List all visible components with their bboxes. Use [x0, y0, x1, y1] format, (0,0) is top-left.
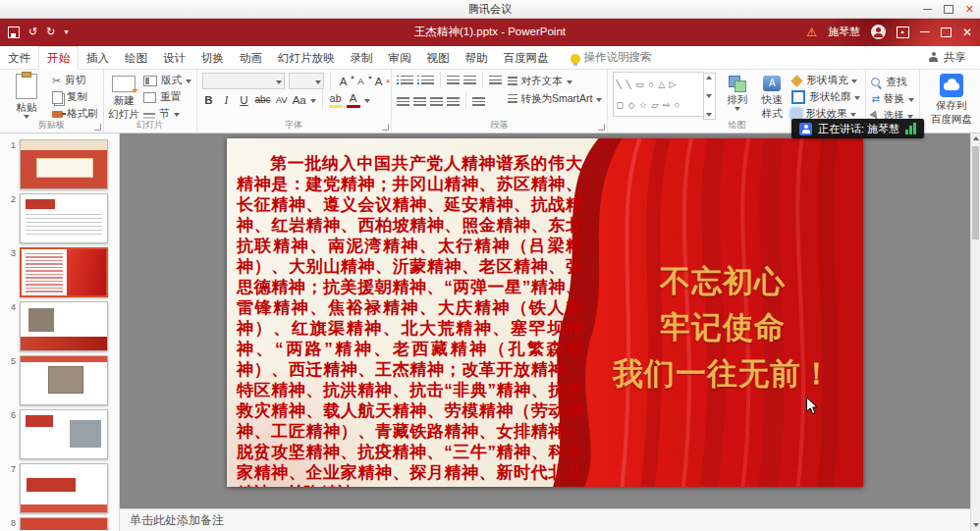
font-color-button[interactable]: A — [347, 91, 360, 108]
tab-review[interactable]: 审阅 — [381, 47, 419, 69]
account-name[interactable]: 施琴慧 — [828, 25, 860, 39]
slide-thumbnail-2[interactable] — [20, 193, 108, 243]
save-to-baidu-button[interactable]: 保存到 百度网盘 — [925, 72, 978, 125]
slide-canvas[interactable]: 第一批纳入中国共产党人精神谱系的伟大精神是：建党精神；井冈山精神、苏区精神、长征… — [120, 133, 970, 508]
bold-button[interactable]: B — [202, 93, 216, 107]
tab-transitions[interactable]: 切换 — [193, 47, 232, 69]
ppt-close-icon[interactable]: ✕ — [962, 27, 972, 38]
line-spacing-icon[interactable] — [489, 76, 502, 85]
divider — [440, 72, 441, 88]
clipboard-dialog-launcher-icon[interactable] — [94, 124, 101, 131]
quick-styles-icon: A — [763, 76, 781, 91]
minimize-icon[interactable] — [923, 9, 932, 10]
tell-me-search[interactable]: 操作说明搜索 — [584, 50, 652, 65]
tab-design[interactable]: 设计 — [155, 47, 193, 69]
font-name-combobox[interactable] — [202, 73, 285, 89]
italic-button[interactable]: I — [220, 93, 234, 107]
slide-thumbnail-panel: 1 2 3 4 5 6 7 8 — [0, 133, 120, 531]
tab-animations[interactable]: 动画 — [232, 47, 270, 69]
shapes-gallery[interactable]: ╲ ╲ ▭ ○ △ ▷ ◻ ◇ ☆ ▱ ⇨ ○ — [613, 72, 703, 117]
arrange-button[interactable]: 排列 — [723, 72, 753, 120]
align-left-icon[interactable] — [397, 97, 409, 107]
speaking-indicator[interactable]: 正在讲话: 施琴慧 — [791, 119, 924, 138]
paragraph-dialog-launcher-icon[interactable] — [598, 124, 605, 131]
layout-button[interactable]: 版式 — [143, 74, 191, 87]
new-slide-button[interactable]: 新建 幻灯片 — [109, 72, 140, 120]
numbering-icon[interactable] — [417, 76, 434, 85]
arrange-label: 排列 — [727, 93, 747, 105]
slide-thumbnail-8[interactable] — [20, 517, 108, 531]
divider — [330, 72, 331, 90]
paste-button[interactable]: 粘贴 — [5, 72, 48, 120]
scrollbar-thumb[interactable] — [972, 146, 979, 239]
share-button[interactable]: 共享 — [928, 50, 966, 65]
slide-thumbnail-6[interactable] — [20, 409, 108, 459]
tab-slideshow[interactable]: 幻灯片放映 — [270, 47, 343, 69]
align-center-icon[interactable] — [413, 97, 426, 107]
slide-body-textbox[interactable]: 第一批纳入中国共产党人精神谱系的伟大精神是：建党精神；井冈山精神、苏区精神、长征… — [237, 153, 582, 487]
bullets-icon[interactable] — [397, 76, 413, 85]
text-highlight-button[interactable]: ab — [329, 91, 343, 108]
slide-thumbnail-3-selected[interactable] — [20, 247, 108, 297]
current-slide[interactable]: 第一批纳入中国共产党人精神谱系的伟大精神是：建党精神；井冈山精神、苏区精神、长征… — [227, 138, 863, 487]
find-button[interactable]: 查找 — [871, 76, 913, 89]
shape-fill-button[interactable]: 形状填充 — [791, 74, 860, 87]
slide-thumbnail-5[interactable] — [20, 355, 108, 405]
increase-indent-icon[interactable] — [463, 76, 476, 85]
shapes-gallery-scroll[interactable] — [703, 73, 716, 120]
character-spacing-button[interactable]: AV — [275, 93, 289, 107]
copy-button[interactable]: 复制 — [52, 90, 98, 104]
strikethrough-button[interactable]: abc — [255, 93, 271, 107]
cut-button[interactable]: ✂剪切 — [52, 74, 98, 87]
tab-insert[interactable]: 插入 — [79, 47, 117, 69]
tab-file[interactable]: 文件 — [0, 47, 38, 69]
grow-font-button[interactable]: A — [337, 75, 351, 88]
scrollbar-down-icon[interactable] — [973, 523, 979, 527]
shrink-font-button[interactable]: A — [354, 75, 368, 88]
tab-record[interactable]: 录制 — [343, 47, 381, 69]
replace-button[interactable]: ⇄替换 — [871, 92, 913, 106]
slide-number: 4 — [4, 301, 16, 312]
smartart-icon — [508, 94, 517, 104]
tab-view[interactable]: 视图 — [419, 47, 458, 69]
shape-outline-icon — [791, 90, 805, 104]
tab-help[interactable]: 帮助 — [458, 47, 496, 69]
ppt-minimize-icon[interactable] — [920, 31, 930, 32]
font-size-combobox[interactable] — [289, 73, 324, 89]
reset-button[interactable]: 重置 — [143, 90, 191, 104]
ribbon-display-options-icon[interactable] — [897, 27, 909, 38]
volume-bars-icon — [905, 123, 916, 134]
close-icon[interactable]: ✕ — [965, 4, 974, 15]
slide-thumbnail-7[interactable] — [20, 463, 108, 513]
notes-pane[interactable]: 单击此处添加备注 — [120, 508, 970, 531]
shape-outline-button[interactable]: 形状轮廓 — [791, 90, 860, 104]
slogan-textbox[interactable]: 不忘初心 牢记使命 我们一往无前！ — [592, 258, 853, 397]
columns-icon[interactable] — [472, 97, 485, 107]
tab-draw[interactable]: 绘图 — [117, 47, 155, 69]
slide-thumbnail-4[interactable] — [20, 301, 108, 351]
maximize-icon[interactable] — [944, 5, 953, 14]
ppt-maximize-icon[interactable] — [941, 27, 952, 37]
justify-icon[interactable] — [447, 97, 460, 107]
align-text-button[interactable]: 对齐文本 — [508, 75, 603, 88]
underline-button[interactable]: U — [238, 93, 251, 107]
tab-home[interactable]: 开始 — [38, 46, 79, 70]
tab-baidu-netdisk[interactable]: 百度网盘 — [496, 47, 557, 69]
vertical-scrollbar[interactable] — [970, 133, 980, 531]
convert-to-smartart-button[interactable]: 转换为SmartArt — [508, 92, 603, 106]
layout-label: 版式 — [161, 74, 182, 87]
find-icon — [871, 78, 882, 88]
scrollbar-up-icon[interactable] — [973, 136, 979, 140]
warning-icon[interactable]: ⚠ — [806, 26, 817, 39]
clear-formatting-button[interactable]: A — [372, 75, 386, 88]
quick-styles-button[interactable]: A 快速 样式 — [756, 72, 788, 120]
divider — [465, 93, 466, 110]
decrease-indent-icon[interactable] — [447, 76, 460, 85]
font-dialog-launcher-icon[interactable] — [382, 124, 389, 131]
share-person-icon — [928, 52, 939, 63]
slide-thumbnail-1[interactable] — [20, 139, 108, 189]
avatar[interactable] — [871, 25, 886, 39]
change-case-button[interactable]: Aa — [293, 93, 306, 107]
align-right-icon[interactable] — [430, 97, 443, 107]
caret-down-icon — [854, 96, 860, 100]
